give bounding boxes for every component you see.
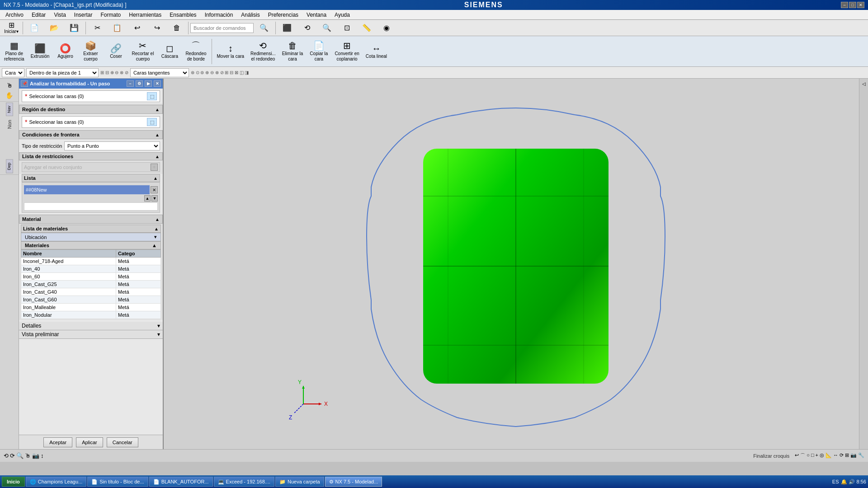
menu-herramientas[interactable]: Herramientas <box>125 11 165 19</box>
taskbar-item-carpeta[interactable]: 📁 Nueva carpeta <box>275 477 324 487</box>
menu-informacion[interactable]: Información <box>201 11 237 19</box>
measure-btn[interactable]: 📏 <box>357 21 376 35</box>
coplanario-btn[interactable]: ⊞ Convertir encoplanario <box>332 38 361 65</box>
add-set-btn[interactable]: + <box>151 164 158 171</box>
extrusion-btn[interactable]: ⬛ Extrusión <box>28 38 52 65</box>
dialog-pin-btn[interactable]: 📌 <box>21 80 28 87</box>
3d-viewport[interactable]: X Y Z ◁ <box>164 79 868 449</box>
ubicacion-row[interactable]: Ubicación ▾ <box>21 233 161 241</box>
apply-btn[interactable]: Aplicar <box>76 437 103 447</box>
filter-cara-select[interactable]: Cara <box>2 68 24 77</box>
save-btn[interactable]: 💾 <box>65 21 84 35</box>
table-row[interactable]: Iron_Cast_G25Metá <box>21 281 161 288</box>
sb-tool2[interactable]: ⟳ <box>10 452 15 459</box>
right-vp-btn1[interactable]: ◁ <box>860 80 867 87</box>
redim-btn[interactable]: ⟲ Redimensi...el redondeo <box>248 38 278 65</box>
nav-panel-tab[interactable]: Nav <box>6 103 13 116</box>
menu-ventana[interactable]: Ventana <box>303 11 330 19</box>
taskbar-item-exceed[interactable]: 💻 Exceed - 192.168.... <box>214 477 274 487</box>
sb-icon8[interactable]: ↔ <box>833 452 838 459</box>
materiales-row[interactable]: Materiales ▲ <box>21 241 161 249</box>
table-row[interactable]: Inconel_718-AgedMetá <box>21 258 161 265</box>
vista-prelim-section[interactable]: Vista preliminar ▾ <box>19 330 163 339</box>
table-row[interactable]: Iron_60Metá <box>21 273 161 281</box>
sb-tool6[interactable]: ↕ <box>41 452 44 459</box>
undo-btn[interactable]: ↩ <box>127 21 146 35</box>
menu-insertar[interactable]: Insertar <box>71 11 96 19</box>
shade-btn[interactable]: ◉ <box>377 21 396 35</box>
open-btn[interactable]: 📂 <box>45 21 64 35</box>
sb-icon9[interactable]: ⟳ <box>840 452 844 459</box>
list-move-up-btn[interactable]: ▲ <box>144 195 151 202</box>
material-section-header[interactable]: Material ▲ <box>19 215 163 224</box>
list-item-input1[interactable] <box>24 185 150 194</box>
sb-tool5[interactable]: 📷 <box>32 452 39 459</box>
sb-tool4[interactable]: 🖱 <box>25 452 31 459</box>
extraer-btn[interactable]: 📦 Extraercuerpo <box>79 38 102 65</box>
table-row[interactable]: Iron_Cast_G40Metá <box>21 288 161 296</box>
table-row[interactable]: Iron_NodularMetá <box>21 311 161 319</box>
snap-btn[interactable]: ⊡ <box>337 21 356 35</box>
copiar-cara-btn[interactable]: 📄 Copiar lacara <box>307 38 330 65</box>
menu-vista[interactable]: Vista <box>50 11 69 19</box>
redo-btn[interactable]: ↪ <box>147 21 166 35</box>
select-faces-region-btn[interactable]: * Seleccionar las caras (0) ⬚ <box>22 116 160 128</box>
filter-tangentes-select[interactable]: Caras tangentes <box>130 68 189 77</box>
dep-panel-tab[interactable]: Dep <box>6 160 13 174</box>
filter-pieza-select[interactable]: Dentro de la pieza de 1 <box>26 68 99 77</box>
sb-icon2[interactable]: ⌒ <box>800 452 805 459</box>
sb-icon5[interactable]: + <box>816 452 818 459</box>
menu-ensambles[interactable]: Ensambles <box>166 11 200 19</box>
sb-icon1[interactable]: ↩ <box>795 452 799 459</box>
mover-cara-btn[interactable]: ↕ Mover la cara <box>215 38 247 65</box>
list-item-delete-btn1[interactable]: ✕ <box>151 186 158 193</box>
restriction-type-select[interactable]: Punto a Punto <box>64 141 160 150</box>
delete-btn[interactable]: 🗑 <box>167 21 186 35</box>
plano-ref-btn[interactable]: ▦ Plano dereferencia <box>2 38 26 65</box>
dialog-close-btn[interactable]: ✕ <box>154 80 161 87</box>
menu-analisis[interactable]: Análisis <box>237 11 263 19</box>
new-btn[interactable]: 📄 <box>25 21 44 35</box>
sb-tool1[interactable]: ⟲ <box>4 452 9 459</box>
rotate-btn[interactable]: ⟲ <box>297 21 316 35</box>
zoom-btn[interactable]: 🔍 <box>317 21 336 35</box>
lista-materiales-header[interactable]: Lista de materiales ▲ <box>21 225 161 233</box>
taskbar-item-bloc[interactable]: 📄 Sin título - Bloc de... <box>87 477 148 487</box>
cascara-btn[interactable]: ◻ Cáscara <box>158 38 181 65</box>
recortar-btn[interactable]: ✂ Recortar elcuerpo <box>129 38 156 65</box>
accept-btn[interactable]: Aceptar <box>43 437 72 447</box>
sb-icon3[interactable]: ○ <box>807 452 810 459</box>
menu-preferencias[interactable]: Preferencias <box>264 11 302 19</box>
restrictions-list-header[interactable]: Lista de restricciones ▲ <box>19 152 163 160</box>
menu-formato[interactable]: Formato <box>97 11 125 19</box>
sb-icon12[interactable]: 🔧 <box>858 452 864 459</box>
dialog-forward-btn[interactable]: ▶ <box>145 80 152 87</box>
minimize-btn[interactable]: – <box>841 2 848 8</box>
dialog-settings-btn[interactable]: ⚙ <box>136 80 143 87</box>
sb-icon4[interactable]: □ <box>811 452 814 459</box>
sb-tool3[interactable]: 🔍 <box>16 452 24 459</box>
agujero-btn[interactable]: ⭕ Agujero <box>53 38 77 65</box>
boundary-section-header[interactable]: Condiciones de frontera ▲ <box>19 130 163 139</box>
menu-editar[interactable]: Editar <box>28 11 49 19</box>
selector-icon[interactable]: 🖱 <box>1 80 18 90</box>
close-btn[interactable]: ✕ <box>857 2 864 8</box>
command-search-input[interactable] <box>190 23 254 33</box>
redondeo-btn[interactable]: ⌒ Redondeode borde <box>183 38 208 65</box>
cut-btn[interactable]: ✂ <box>88 21 107 35</box>
table-row[interactable]: Iron_MalleableMetá <box>21 304 161 311</box>
sb-icon11[interactable]: 📷 <box>850 452 857 459</box>
start-btn[interactable]: Inicio <box>2 477 25 487</box>
sb-icon6[interactable]: ◎ <box>820 452 824 459</box>
table-row[interactable]: Iron_Cast_G60Metá <box>21 296 161 304</box>
sb-icon10[interactable]: ⊞ <box>845 452 849 459</box>
copy-btn[interactable]: 📋 <box>108 21 127 35</box>
select-faces-top-btn[interactable]: * Seleccionar las caras (0) ⬚ <box>22 90 160 102</box>
pan-icon[interactable]: ✋ <box>1 90 18 100</box>
detalles-section[interactable]: Detalles ▾ <box>19 322 163 330</box>
taskbar-item-nx[interactable]: ⚙ NX 7.5 - Modelad... <box>325 477 382 487</box>
sb-icon7[interactable]: 📐 <box>826 452 832 459</box>
cancel-btn[interactable]: Cancelar <box>107 437 138 447</box>
list-move-down-btn[interactable]: ▼ <box>151 195 158 202</box>
taskbar-item-blank[interactable]: 📄 BLANK_AUTOFOR... <box>149 477 213 487</box>
